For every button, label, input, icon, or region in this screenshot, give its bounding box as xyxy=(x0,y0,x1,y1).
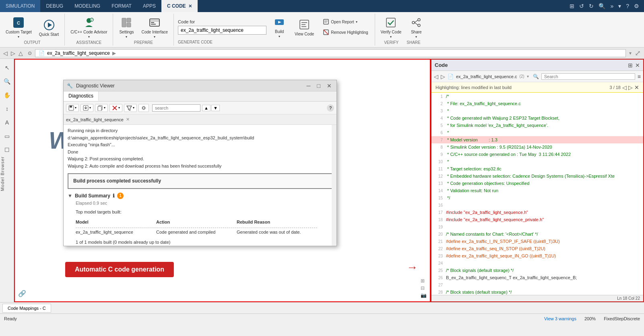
sidebar-zoom-tool[interactable]: 🔍 xyxy=(2,76,13,87)
diag-settings-icon xyxy=(141,105,147,111)
sidebar-hand-tool[interactable]: ✋ xyxy=(2,89,13,101)
diag-save-button[interactable]: ▾ xyxy=(66,104,79,112)
sidebar-text-tool[interactable]: A xyxy=(2,117,13,128)
nav-forward[interactable]: ▷ xyxy=(11,50,15,56)
menu-icon-more[interactable]: » xyxy=(609,2,615,10)
verify-dropdown[interactable]: ▾ xyxy=(390,35,392,39)
diag-search-input[interactable] xyxy=(152,104,200,112)
code-dropdown[interactable]: ▾ xyxy=(527,74,529,79)
diag-export-button[interactable]: ▾ xyxy=(80,104,93,112)
diag-clear-dropdown[interactable]: ▾ xyxy=(118,106,120,110)
code-panel-menu-icon[interactable]: ≡ xyxy=(638,73,641,80)
expand-icon[interactable]: ⤢ xyxy=(635,49,641,58)
diag-filter-button[interactable]: ▾ xyxy=(124,104,137,112)
sidebar-arrow-tool[interactable]: ↕ xyxy=(2,103,13,114)
diag-copy-button[interactable]: ▾ xyxy=(95,104,108,112)
diag-close-button[interactable]: ✕ xyxy=(325,82,333,90)
output-section-label: OUTPUT xyxy=(24,40,41,46)
menu-icon-dropdown[interactable]: ▾ xyxy=(617,2,623,10)
cpp-advisor-dropdown[interactable]: ▾ xyxy=(88,35,90,39)
diag-subtab-main[interactable]: ex_2a_traffic_light_sequence xyxy=(66,117,124,122)
menu-bar: SIMULATION DEBUG MODELING FORMAT APPS C … xyxy=(0,0,644,12)
diag-search-up[interactable]: ▲ xyxy=(202,105,211,111)
sidebar-rect-tool[interactable]: ▭ xyxy=(2,131,13,142)
diag-save-dropdown[interactable]: ▾ xyxy=(75,106,76,110)
code-nav-forward[interactable]: ▷ xyxy=(441,73,445,80)
nav-up[interactable]: △ xyxy=(19,50,23,56)
code-search-input[interactable] xyxy=(544,74,632,79)
highlight-close[interactable]: ✕ xyxy=(634,84,639,91)
diag-copy-dropdown[interactable]: ▾ xyxy=(104,106,105,110)
diag-scrollbar[interactable] xyxy=(332,125,336,246)
verify-code-button[interactable]: Verify Code ▾ xyxy=(378,15,404,40)
share-button[interactable]: Share ▾ xyxy=(406,15,426,40)
settings-button[interactable]: Settings ▾ xyxy=(116,15,136,40)
open-report-dropdown[interactable]: ▾ xyxy=(356,20,357,24)
path-expand-icon[interactable]: ▶ xyxy=(112,50,116,56)
menu-icon-grid[interactable]: ⊞ xyxy=(568,2,576,10)
menu-simulation[interactable]: SIMULATION xyxy=(0,0,40,12)
view-code-button[interactable]: View Code xyxy=(292,17,316,38)
diag-tab-diagnostics[interactable]: Diagnostics xyxy=(64,91,99,101)
build-button[interactable]: Build ▾ xyxy=(270,14,288,40)
menu-icon-redo[interactable]: ↻ xyxy=(587,2,595,10)
code-nav-back[interactable]: ◁ xyxy=(434,73,438,80)
diag-subtab-close[interactable]: ✕ xyxy=(126,117,130,122)
custom-target-button[interactable]: C Custom Target ▾ xyxy=(3,15,34,40)
code-for-input[interactable] xyxy=(178,26,266,35)
pin-icon[interactable]: ⊙ xyxy=(28,50,32,56)
menu-apps[interactable]: APPS xyxy=(137,0,161,12)
cp-close-button[interactable]: ✕ xyxy=(635,62,640,68)
build-dropdown[interactable]: ▾ xyxy=(279,35,280,38)
cpp-advisor-button[interactable]: ✓ C/C++ Code Advisor ▾ xyxy=(68,15,109,40)
svg-rect-13 xyxy=(151,24,156,25)
share-dropdown[interactable]: ▾ xyxy=(415,35,417,39)
fold-icon-2[interactable]: ⊟ xyxy=(421,285,427,291)
diag-settings-button[interactable] xyxy=(138,104,149,112)
build-summary-toggle[interactable]: ▼ xyxy=(68,192,72,200)
menu-debug[interactable]: DEBUG xyxy=(40,0,69,12)
diag-search-down[interactable]: ▼ xyxy=(211,105,220,111)
diag-filter-dropdown[interactable]: ▾ xyxy=(133,106,134,110)
menu-format[interactable]: FORMAT xyxy=(106,0,137,12)
diag-help-button[interactable]: ? xyxy=(327,104,334,112)
share-label: Share xyxy=(411,30,422,34)
code-content[interactable]: 1/*2 * File: ex_2a_traffic_light_sequenc… xyxy=(431,93,643,295)
custom-target-dropdown[interactable]: ▾ xyxy=(18,35,19,39)
remove-highlighting-button[interactable]: Remove Highlighting xyxy=(320,27,370,37)
svg-line-30 xyxy=(415,23,418,25)
line-content-22: #define ex_2a_traffic_seq_IN_STOP ((uint… xyxy=(446,246,545,251)
bottom-tab-code-mappings[interactable]: Code Mappings - C xyxy=(2,304,51,313)
open-report-button[interactable]: Open Report ▾ xyxy=(320,17,370,27)
link-icon[interactable]: 🔗 xyxy=(18,290,26,297)
settings-dropdown[interactable]: ▾ xyxy=(126,35,127,39)
menu-icon-settings[interactable]: ⚙ xyxy=(632,2,641,10)
warnings-link[interactable]: View 3 warnings xyxy=(544,316,576,321)
menu-modeling[interactable]: MODELING xyxy=(69,0,106,12)
highlight-prev[interactable]: ◁ xyxy=(622,84,627,91)
code-interface-button[interactable]: Code Interface ▾ xyxy=(139,15,170,40)
menu-icon-undo[interactable]: ↺ xyxy=(578,2,586,10)
diag-clear-button[interactable]: ▾ xyxy=(109,104,122,112)
fold-icon-1[interactable]: ⊞ xyxy=(421,278,427,284)
quick-start-button[interactable]: Quick Start xyxy=(37,17,61,38)
menu-icon-search[interactable]: 🔍 xyxy=(597,2,607,10)
menu-ccode[interactable]: C CODE ✕ xyxy=(161,0,198,12)
line-number-4: 4 xyxy=(431,116,446,120)
left-sidebar: ↖ 🔍 ✋ ↕ A ▭ ☐ Model Browser xyxy=(0,59,14,302)
address-options-icon[interactable]: ▾ xyxy=(629,50,632,56)
cp-undock-button[interactable]: ⊞ xyxy=(628,62,633,68)
code-interface-dropdown[interactable]: ▾ xyxy=(154,35,155,39)
nav-back[interactable]: ◁ xyxy=(3,50,8,56)
highlight-next[interactable]: ▷ xyxy=(628,84,633,91)
sidebar-pointer-tool[interactable]: ↖ xyxy=(2,62,13,73)
menu-icon-question[interactable]: ? xyxy=(624,2,631,10)
log-line-4: Done xyxy=(68,149,332,156)
svg-marker-39 xyxy=(127,106,132,110)
ccode-tab-close[interactable]: ✕ xyxy=(188,4,192,9)
fold-icon-3[interactable]: 📷 xyxy=(421,292,427,298)
sidebar-checkbox-tool[interactable]: ☐ xyxy=(2,144,13,156)
diag-minimize-button[interactable]: ─ xyxy=(305,82,312,90)
diag-maximize-button[interactable]: □ xyxy=(316,82,322,90)
diag-export-dropdown[interactable]: ▾ xyxy=(89,106,91,110)
